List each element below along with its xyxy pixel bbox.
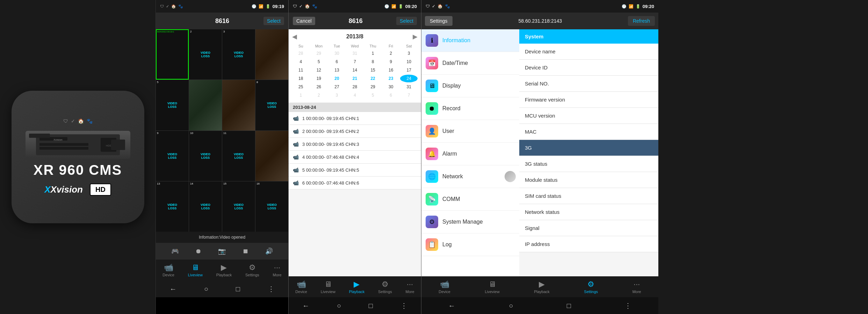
rec-item-1[interactable]: 📹 1 00:00:00- 09:19:45 CHN:1 <box>289 112 421 125</box>
cal-day-23[interactable]: 23 <box>382 75 400 82</box>
cal-day-27[interactable]: 27 <box>328 83 346 91</box>
cal-day-28-prev[interactable]: 28 <box>292 50 310 57</box>
cal-day-7-next[interactable]: 7 <box>400 91 418 99</box>
menu-item-sysmanage[interactable]: ⚙ System Manage <box>421 211 519 233</box>
record-btn[interactable]: ⏺ <box>195 248 202 255</box>
cal-day-2[interactable]: 2 <box>382 50 400 57</box>
cal-day-24[interactable]: 24 <box>400 75 418 82</box>
pb-menu-btn[interactable]: ⋮ <box>400 301 407 310</box>
cal-day-18[interactable]: 18 <box>292 75 310 82</box>
pb-select-button[interactable]: Select <box>396 17 417 25</box>
submenu-mac[interactable]: MAC <box>519 124 658 140</box>
cal-day-4-next[interactable]: 4 <box>346 91 364 99</box>
menu-item-user[interactable]: 👤 User <box>421 120 519 143</box>
cal-day-11[interactable]: 11 <box>292 66 310 74</box>
pb-nav-liveview[interactable]: 🖥 Liveview <box>321 280 335 294</box>
camera-cell-10[interactable]: 10 VIDEOLOSS <box>189 131 222 181</box>
menu-item-comm[interactable]: 📡 COMM <box>421 188 519 211</box>
s-menu-btn[interactable]: ⋮ <box>624 301 631 310</box>
rec-item-3[interactable]: 📹 3 00:00:00- 09:19:45 CHN:3 <box>289 138 421 151</box>
rec-item-2[interactable]: 📹 2 00:00:00- 09:19:45 CHN:2 <box>289 125 421 138</box>
cal-day-6-next[interactable]: 6 <box>382 91 400 99</box>
menu-item-log[interactable]: 📋 Log <box>421 233 519 256</box>
menu-item-network[interactable]: 🌐 Network <box>421 165 519 188</box>
s-nav-more[interactable]: ··· More <box>632 280 641 294</box>
submenu-network-status[interactable]: Network status <box>519 204 658 220</box>
nav-item-more[interactable]: ··· More <box>273 263 282 277</box>
cal-day-10[interactable]: 10 <box>400 58 418 66</box>
camera-cell-12[interactable] <box>255 131 288 181</box>
stop-btn[interactable]: ⏹ <box>243 248 249 255</box>
rec-item-4[interactable]: 📹 4 00:00:00- 07:46:48 CHN:4 <box>289 151 421 164</box>
s-nav-playback[interactable]: ▶ Playback <box>534 280 550 294</box>
home-btn[interactable]: ○ <box>204 285 208 293</box>
cal-next-button[interactable]: ▶ <box>413 33 418 40</box>
cal-day-6[interactable]: 6 <box>328 58 346 66</box>
cal-day-3[interactable]: 3 <box>400 50 418 57</box>
submenu-mcu-version[interactable]: MCU version <box>519 108 658 124</box>
rec-item-5[interactable]: 📹 5 00:00:00- 09:19:45 CHN:5 <box>289 164 421 177</box>
cal-day-25[interactable]: 25 <box>292 83 310 91</box>
settings-tab-button[interactable]: Settings <box>425 16 453 26</box>
cal-day-1[interactable]: 1 <box>364 50 382 57</box>
settings-refresh-button[interactable]: Refresh <box>628 16 655 26</box>
snapshot-btn[interactable]: 📷 <box>218 247 226 255</box>
pb-nav-device[interactable]: 📹 Device <box>295 280 307 294</box>
camera-cell-7[interactable] <box>222 80 255 130</box>
camera-cell-14[interactable]: 14 VIDEOLOSS <box>189 181 222 232</box>
menu-btn[interactable]: ⋮ <box>268 285 275 293</box>
pb-back-btn[interactable]: ← <box>302 302 309 310</box>
camera-cell-3[interactable]: 3 VIDEOLOSS <box>222 29 255 80</box>
submenu-device-name[interactable]: Device name <box>519 44 658 60</box>
cal-day-8[interactable]: 8 <box>364 58 382 66</box>
cal-day-31[interactable]: 31 <box>400 83 418 91</box>
cal-day-1-next[interactable]: 1 <box>292 91 310 99</box>
cal-day-4[interactable]: 4 <box>292 58 310 66</box>
submenu-ip-address[interactable]: IP address <box>519 236 658 252</box>
camera-cell-15[interactable]: 15 VIDEOLOSS <box>222 181 255 232</box>
pb-cancel-button[interactable]: Cancel <box>293 17 315 25</box>
pb-home-btn[interactable]: ○ <box>337 302 341 310</box>
audio-btn[interactable]: 🔊 <box>265 247 273 255</box>
pb-nav-settings[interactable]: ⚙ Settings <box>378 280 392 294</box>
pb-recents-btn[interactable]: □ <box>369 302 373 310</box>
ptz-icon[interactable]: 🎮 <box>171 247 179 255</box>
cal-day-28[interactable]: 28 <box>346 83 364 91</box>
cal-day-30[interactable]: 30 <box>382 83 400 91</box>
cal-day-9[interactable]: 9 <box>382 58 400 66</box>
camera-cell-8[interactable]: 8 VIDEOLOSS <box>255 80 288 130</box>
back-btn[interactable]: ← <box>169 285 176 293</box>
menu-item-record[interactable]: ⏺ Record <box>421 97 519 120</box>
cal-day-29[interactable]: 29 <box>364 83 382 91</box>
cal-day-13[interactable]: 13 <box>328 66 346 74</box>
submenu-signal[interactable]: Signal <box>519 220 658 236</box>
submenu-sim-card-status[interactable]: SIM card status <box>519 188 658 204</box>
nav-item-liveview[interactable]: 🖥 Liveview <box>188 263 203 277</box>
submenu-3g[interactable]: 3G <box>519 140 658 156</box>
cal-day-30-prev[interactable]: 30 <box>328 50 346 57</box>
s-nav-settings[interactable]: ⚙ Settings <box>584 280 598 294</box>
cal-day-29-prev[interactable]: 29 <box>310 50 328 57</box>
camera-cell-4[interactable] <box>255 29 288 80</box>
menu-item-alarm[interactable]: 🔔 Alarm <box>421 143 519 165</box>
cal-day-3-next[interactable]: 3 <box>328 91 346 99</box>
cal-day-21[interactable]: 21 <box>346 75 364 82</box>
s-nav-device[interactable]: 📹 Device <box>439 280 450 294</box>
submenu-3g-status[interactable]: 3G status <box>519 156 658 172</box>
cal-day-5-next[interactable]: 5 <box>364 91 382 99</box>
cal-prev-button[interactable]: ◀ <box>292 33 297 40</box>
submenu-firmware-version[interactable]: Firmware version <box>519 92 658 108</box>
menu-item-datetime[interactable]: 📅 Date/Time <box>421 52 519 75</box>
cal-day-2-next[interactable]: 2 <box>310 91 328 99</box>
s-recents-btn[interactable]: □ <box>567 302 571 310</box>
camera-cell-1[interactable]: 8/24/2013 09:19:1 <box>156 29 189 80</box>
cal-day-31-prev[interactable]: 31 <box>346 50 364 57</box>
camera-cell-16[interactable]: 16 VIDEOLOSS <box>255 181 288 232</box>
cal-day-15[interactable]: 15 <box>364 66 382 74</box>
camera-cell-6[interactable] <box>189 80 222 130</box>
liveview-select-button[interactable]: Select <box>263 17 284 25</box>
menu-item-information[interactable]: ℹ Information <box>421 29 519 52</box>
nav-item-settings[interactable]: ⚙ Settings <box>245 263 259 277</box>
cal-day-16[interactable]: 16 <box>382 66 400 74</box>
menu-item-display[interactable]: 🖥 Display <box>421 75 519 97</box>
